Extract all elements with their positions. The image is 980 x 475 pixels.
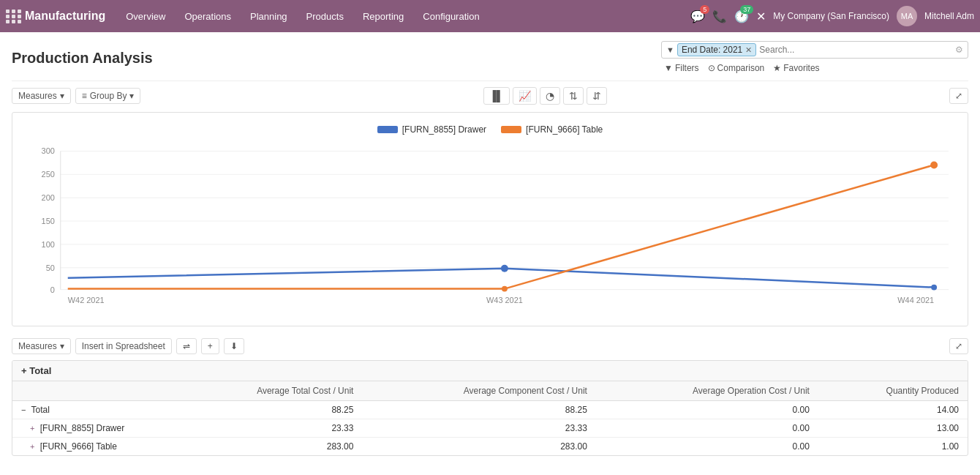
activity-icon[interactable]: 🕐37 (734, 10, 749, 23)
chart-legend: [FURN_8855] Drawer [FURN_9666] Table (24, 124, 956, 135)
section-header-label: + Total (21, 365, 51, 376)
svg-text:50: 50 (46, 263, 55, 272)
nav-planning[interactable]: Planning (241, 8, 296, 25)
data-table: Average Total Cost / Unit Average Compon… (12, 381, 968, 455)
svg-text:W44 2021: W44 2021 (897, 296, 934, 304)
filter-option-favorites[interactable]: ★ Favorites (773, 63, 819, 73)
cell-table-avg-component: 283.00 (362, 438, 595, 456)
chart-svg: 300 250 200 150 100 50 0 W42 2021 W43 20… (24, 143, 956, 312)
cell-total-avg-operation: 0.00 (596, 401, 818, 419)
row-label-total: − Total (12, 401, 173, 419)
group-by-label: Group By (90, 91, 127, 101)
table-header-row: Average Total Cost / Unit Average Compon… (12, 381, 968, 401)
star-icon: ★ (773, 63, 781, 73)
nav-operations[interactable]: Operations (176, 8, 240, 25)
comparison-icon: ⊙ (708, 63, 715, 73)
svg-text:100: 100 (42, 240, 55, 249)
nav-configuration[interactable]: Configuration (414, 8, 488, 25)
cell-table-qty: 1.00 (818, 438, 968, 456)
close-icon[interactable]: ✕ (756, 10, 766, 23)
phone-icon[interactable]: 📞 (712, 10, 727, 23)
chat-badge: 5 (700, 5, 709, 14)
navbar-right: 💬5 📞 🕐37 ✕ My Company (San Francisco) MA… (690, 6, 974, 26)
navbar: Manufacturing Overview Operations Planni… (0, 0, 980, 32)
bar-chart-icon[interactable]: ▐▌ (483, 87, 510, 105)
pie-chart-icon[interactable]: ◔ (540, 87, 560, 105)
group-by-button[interactable]: ≡ Group By ▾ (75, 88, 141, 104)
col-header-avg-operation: Average Operation Cost / Unit (596, 381, 818, 401)
line-chart-icon[interactable]: 📈 (513, 87, 537, 105)
measures-button-chart[interactable]: Measures ▾ (12, 88, 71, 104)
svg-text:W42 2021: W42 2021 (68, 296, 105, 304)
row-label-drawer: + [FURN_8855] Drawer (12, 419, 173, 438)
view-icons: ▐▌ 📈 ◔ ⇅ ⇵ (483, 87, 607, 105)
insert-spreadsheet-button[interactable]: Insert in Spreadsheet (75, 338, 172, 354)
filter-option-comparison[interactable]: ⊙ Comparison (708, 63, 765, 73)
sort-asc-icon[interactable]: ⇵ (587, 87, 607, 105)
table-container: + Total Average Total Cost / Unit Averag… (12, 360, 968, 456)
sort-desc-icon[interactable]: ⇅ (563, 87, 584, 105)
company-label: My Company (San Francisco) (773, 11, 889, 21)
search-area: ▼ End Date: 2021 ✕ ⚙ ▼ Filters ⊙ Compari… (661, 41, 968, 75)
cell-total-avg-component: 88.25 (362, 401, 595, 419)
group-by-dropdown-icon: ▾ (129, 91, 134, 101)
table-midpoint (502, 286, 508, 292)
table-endpoint (930, 161, 938, 168)
search-settings-icon[interactable]: ⚙ (955, 45, 963, 55)
svg-text:250: 250 (42, 170, 55, 179)
table-add-icon[interactable]: + (201, 338, 219, 354)
table-download-icon[interactable]: ⬇ (224, 338, 244, 354)
nav-menu: Overview Operations Planning Products Re… (117, 8, 687, 25)
table-expand-button[interactable]: ⤢ (949, 338, 968, 354)
activity-badge: 37 (740, 5, 753, 14)
col-header-avg-total: Average Total Cost / Unit (173, 381, 362, 401)
table-row: − Total 88.25 88.25 0.00 14.00 (12, 401, 968, 419)
col-header-name (12, 381, 173, 401)
row-expand-icon-table[interactable]: + (30, 442, 34, 451)
legend-label-table: [FURN_9666] Table (526, 124, 603, 135)
measures-button-table[interactable]: Measures ▾ (12, 338, 71, 354)
legend-drawer: [FURN_8855] Drawer (377, 124, 486, 135)
drawer-endpoint (931, 285, 937, 291)
cell-total-avg-total: 88.25 (173, 401, 362, 419)
chart-container: [FURN_8855] Drawer [FURN_9666] Table 300… (12, 112, 968, 326)
legend-label-drawer: [FURN_8855] Drawer (402, 124, 486, 135)
table-line (68, 165, 934, 288)
measures-dropdown-icon: ▾ (60, 91, 64, 101)
chart-expand-button[interactable]: ⤢ (949, 88, 968, 104)
table-row: + [FURN_9666] Table 283.00 283.00 0.00 1… (12, 438, 968, 456)
chat-icon[interactable]: 💬5 (690, 10, 705, 23)
svg-text:200: 200 (42, 193, 55, 202)
page-title-row: Production Analysis ▼ End Date: 2021 ✕ ⚙… (12, 41, 968, 75)
filter-option-filters[interactable]: ▼ Filters (664, 63, 699, 73)
measures-label-chart: Measures (18, 91, 57, 101)
row-expand-icon-drawer[interactable]: + (30, 424, 34, 433)
user-label: Mitchell Adm (924, 11, 974, 21)
page-title: Production Analysis (12, 50, 153, 67)
row-label-table: + [FURN_9666] Table (12, 438, 173, 456)
search-filter-row: ▼ Filters ⊙ Comparison ★ Favorites (661, 61, 823, 75)
table-options-icon[interactable]: ⇌ (176, 338, 197, 354)
cell-total-qty: 14.00 (818, 401, 968, 419)
user-avatar[interactable]: MA (897, 6, 917, 26)
row-collapse-icon[interactable]: − (21, 405, 26, 414)
chart-toolbar: Measures ▾ ≡ Group By ▾ ▐▌ 📈 ◔ ⇅ ⇵ ⤢ (12, 81, 968, 105)
app-brand[interactable]: Manufacturing (25, 10, 105, 23)
app-grid-icon[interactable] (6, 10, 22, 23)
cell-drawer-avg-total: 23.33 (173, 419, 362, 438)
svg-text:150: 150 (42, 217, 55, 225)
legend-color-table (501, 126, 521, 133)
nav-products[interactable]: Products (298, 8, 353, 25)
svg-text:300: 300 (42, 146, 55, 155)
search-input[interactable] (759, 45, 952, 55)
cell-drawer-qty: 13.00 (818, 419, 968, 438)
nav-overview[interactable]: Overview (117, 8, 174, 25)
drawer-midpoint (501, 265, 508, 272)
nav-reporting[interactable]: Reporting (354, 8, 412, 25)
measures-table-dropdown-icon: ▾ (60, 341, 64, 351)
filter-tag-close[interactable]: ✕ (745, 45, 752, 55)
cell-table-avg-total: 283.00 (173, 438, 362, 456)
cell-drawer-avg-operation: 0.00 (596, 419, 818, 438)
group-by-lines-icon: ≡ (82, 91, 87, 101)
svg-text:W43 2021: W43 2021 (486, 296, 523, 304)
